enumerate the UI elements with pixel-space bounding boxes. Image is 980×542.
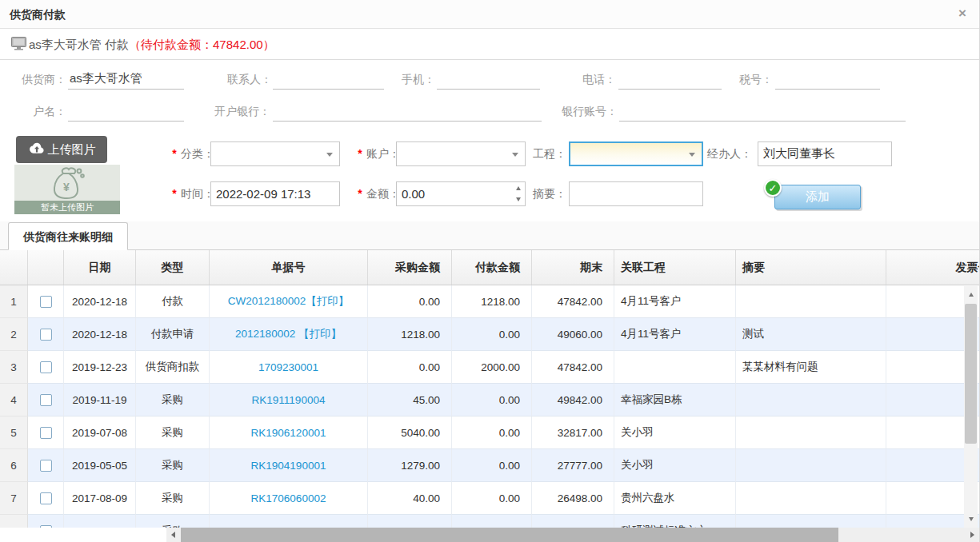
bank-field[interactable] bbox=[273, 101, 542, 122]
table-body: 12020-12-18付款CW2012180002【打印】0.001218.00… bbox=[0, 285, 979, 528]
vertical-scrollbar[interactable] bbox=[964, 286, 978, 528]
bank-account-field[interactable] bbox=[619, 101, 906, 122]
cell-type: 付款申请 bbox=[136, 318, 210, 351]
cell-doc-number: RK1701160001 bbox=[210, 515, 368, 528]
cell-type: 采购 bbox=[136, 449, 210, 482]
cell-related-project bbox=[614, 351, 736, 384]
doc-link[interactable]: RK1906120001 bbox=[251, 427, 326, 439]
cell-purchase-amount: 5040.00 bbox=[368, 416, 452, 449]
cell-doc-number: RK1904190001 bbox=[210, 449, 368, 482]
cell-select bbox=[28, 416, 64, 449]
row-checkbox[interactable] bbox=[40, 492, 52, 504]
add-button[interactable]: 添加 bbox=[774, 185, 861, 209]
cell-type: 采购 bbox=[136, 482, 210, 515]
cell-row-number: 7 bbox=[0, 482, 28, 515]
row-checkbox[interactable] bbox=[40, 394, 52, 406]
account-name-field[interactable] bbox=[68, 101, 184, 122]
cell-memo bbox=[736, 482, 886, 515]
upload-image-button[interactable]: 上传图片 bbox=[16, 136, 107, 163]
mobile-label: 手机： bbox=[382, 69, 435, 90]
cell-balance: 32817.00 bbox=[532, 416, 614, 449]
cell-balance: 47842.00 bbox=[532, 351, 614, 384]
scroll-up-button[interactable] bbox=[964, 288, 978, 301]
amount-label: 金额： bbox=[366, 181, 400, 206]
account-name-label: 户名： bbox=[6, 101, 66, 122]
up-arrow-icon bbox=[969, 293, 974, 297]
summary-bar: as李大哥水管 付款（待付款金额：47842.00） bbox=[0, 29, 979, 60]
stepper-up-button[interactable] bbox=[512, 182, 524, 194]
cell-purchase-amount: 40.00 bbox=[368, 482, 452, 515]
cell-memo: 测试 bbox=[736, 318, 886, 351]
tax-no-label: 税号： bbox=[718, 69, 773, 90]
chevron-down-icon bbox=[512, 153, 518, 157]
stepper-down-button[interactable] bbox=[512, 194, 524, 206]
cell-type: 采购 bbox=[136, 416, 210, 449]
cell-payment-amount: 0.00 bbox=[452, 416, 532, 449]
row-checkbox[interactable] bbox=[40, 296, 52, 308]
contact-person-field[interactable] bbox=[273, 69, 384, 90]
cell-payment-amount: 0.00 bbox=[452, 318, 532, 351]
doc-link[interactable]: 2012180002 【打印】 bbox=[235, 327, 342, 341]
supplier-payment-dialog: 供货商付款 × as李大哥水管 付款（待付款金额：47842.00） 供货商： … bbox=[0, 0, 980, 542]
summary-text: as李大哥水管 付款（待付款金额：47842.00） bbox=[29, 38, 275, 53]
row-checkbox[interactable] bbox=[40, 460, 52, 472]
col-header-purchase-amount: 采购金额 bbox=[368, 250, 452, 285]
handler-input[interactable] bbox=[758, 141, 892, 166]
tab-bar: 供货商往来账明细 bbox=[0, 221, 979, 250]
row-checkbox[interactable] bbox=[40, 427, 52, 439]
category-select[interactable] bbox=[210, 141, 340, 166]
cell-type: 付款 bbox=[136, 285, 210, 318]
cell-related-project: 幸福家园B栋 bbox=[614, 384, 736, 416]
vertical-scroll-thumb[interactable] bbox=[965, 304, 977, 444]
supplier-label: 供货商： bbox=[6, 69, 66, 90]
cell-select bbox=[28, 351, 64, 384]
cell-related-project: 4月11号客户 bbox=[614, 318, 736, 351]
cell-memo bbox=[736, 449, 886, 482]
doc-link[interactable]: RK1706060002 bbox=[251, 492, 326, 504]
memo-input[interactable] bbox=[569, 181, 703, 206]
project-select[interactable] bbox=[569, 141, 703, 166]
scroll-right-button[interactable] bbox=[966, 528, 978, 542]
doc-link[interactable]: RK1911190004 bbox=[252, 394, 326, 406]
cell-doc-number: 1709230001 bbox=[210, 351, 368, 384]
amount-input[interactable] bbox=[396, 181, 526, 206]
row-checkbox[interactable] bbox=[40, 361, 52, 373]
close-icon[interactable]: × bbox=[958, 6, 966, 20]
memo-label: 摘要： bbox=[533, 181, 566, 206]
supplier-field[interactable] bbox=[68, 69, 184, 90]
cell-memo bbox=[736, 285, 886, 318]
time-input[interactable] bbox=[210, 181, 340, 206]
doc-link[interactable]: RK1904190001 bbox=[251, 460, 326, 472]
placeholder-caption: 暂未上传图片 bbox=[14, 201, 120, 214]
row-checkbox[interactable] bbox=[40, 329, 52, 341]
cell-row-number: 6 bbox=[0, 449, 28, 482]
doc-link[interactable]: CW2012180002【打印】 bbox=[228, 294, 350, 309]
horizontal-scroll-thumb[interactable] bbox=[181, 528, 838, 542]
table-row: 22020-12-18付款申请2012180002 【打印】1218.000.0… bbox=[0, 318, 979, 351]
scroll-down-button[interactable] bbox=[964, 512, 978, 526]
green-check-icon: ✓ bbox=[764, 179, 782, 197]
cell-purchase-amount: 1218.00 bbox=[368, 318, 452, 351]
col-header-balance: 期末 bbox=[532, 250, 614, 285]
cell-select bbox=[28, 482, 64, 515]
tab-supplier-ledger[interactable]: 供货商往来账明细 bbox=[8, 222, 128, 250]
doc-link[interactable]: 1709230001 bbox=[258, 361, 318, 373]
mobile-field[interactable] bbox=[437, 69, 540, 90]
cell-date: 2020-12-18 bbox=[64, 318, 136, 351]
cell-select bbox=[28, 285, 64, 318]
account-select[interactable] bbox=[396, 141, 526, 166]
scroll-left-button[interactable] bbox=[166, 528, 179, 542]
time-label: 时间： bbox=[181, 181, 214, 206]
col-header-row-number bbox=[0, 250, 28, 285]
handler-label: 经办人： bbox=[707, 141, 752, 166]
image-placeholder: ¥ 暂未上传图片 bbox=[14, 165, 120, 214]
horizontal-scrollbar[interactable] bbox=[0, 528, 980, 542]
phone-field[interactable] bbox=[618, 69, 722, 90]
col-header-payment-amount: 付款金额 bbox=[452, 250, 532, 285]
svg-text:¥: ¥ bbox=[63, 181, 70, 193]
table-row: 32019-12-23供货商扣款17092300010.002000.00478… bbox=[0, 351, 979, 384]
cell-payment-amount: 0.00 bbox=[452, 449, 532, 482]
cell-payment-amount: 1218.00 bbox=[452, 285, 532, 318]
cell-row-number: 4 bbox=[0, 384, 28, 416]
tax-no-field[interactable] bbox=[775, 69, 880, 90]
